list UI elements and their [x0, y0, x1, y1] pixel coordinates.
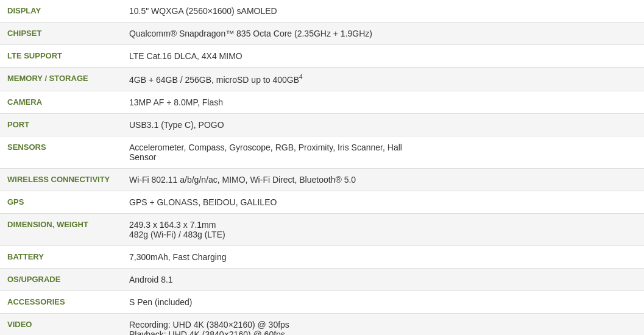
spec-value: LTE Cat.16 DLCA, 4X4 MIMO [122, 45, 644, 68]
specs-table: DISPLAY10.5" WQXGA (2560×1600) sAMOLEDCH… [0, 0, 644, 335]
table-row: CHIPSETQualcomm® Snapdragon™ 835 Octa Co… [0, 23, 644, 45]
spec-value: 4GB + 64GB / 256GB, microSD up to 400GB4 [122, 68, 644, 91]
spec-label: CHIPSET [0, 23, 122, 45]
table-row: CAMERA13MP AF + 8.0MP, Flash [0, 91, 644, 113]
table-row: LTE SUPPORTLTE Cat.16 DLCA, 4X4 MIMO [0, 45, 644, 68]
spec-value: Recording: UHD 4K (3840×2160) @ 30fpsPla… [122, 313, 644, 335]
spec-label: BATTERY [0, 245, 122, 268]
table-row: OS/UPGRADEAndroid 8.1 [0, 268, 644, 291]
table-row: SENSORSAccelerometer, Compass, Gyroscope… [0, 136, 644, 168]
spec-label: VIDEO [0, 313, 122, 335]
table-row: VIDEORecording: UHD 4K (3840×2160) @ 30f… [0, 313, 644, 335]
spec-label: CAMERA [0, 91, 122, 113]
spec-label: WIRELESS CONNECTIVITY [0, 168, 122, 191]
table-row: BATTERY7,300mAh, Fast Charging [0, 245, 644, 268]
spec-value: 13MP AF + 8.0MP, Flash [122, 91, 644, 113]
table-row: PORTUSB3.1 (Type C), POGO [0, 113, 644, 136]
table-row: ACCESSORIESS Pen (included) [0, 291, 644, 313]
table-row: DISPLAY10.5" WQXGA (2560×1600) sAMOLED [0, 0, 644, 23]
spec-label: ACCESSORIES [0, 291, 122, 313]
spec-label: OS/UPGRADE [0, 268, 122, 291]
spec-value: 249.3 x 164.3 x 7.1mm482g (Wi-Fi) / 483g… [122, 213, 644, 245]
spec-value: GPS + GLONASS, BEIDOU, GALILEO [122, 191, 644, 213]
spec-value: 10.5" WQXGA (2560×1600) sAMOLED [122, 0, 644, 23]
spec-value: Android 8.1 [122, 268, 644, 291]
table-row: DIMENSION, WEIGHT249.3 x 164.3 x 7.1mm48… [0, 213, 644, 245]
spec-label: SENSORS [0, 136, 122, 168]
spec-value: USB3.1 (Type C), POGO [122, 113, 644, 136]
spec-label: LTE SUPPORT [0, 45, 122, 68]
spec-value: Accelerometer, Compass, Gyroscope, RGB, … [122, 136, 644, 168]
spec-label: MEMORY / STORAGE [0, 68, 122, 91]
table-row: WIRELESS CONNECTIVITYWi-Fi 802.11 a/b/g/… [0, 168, 644, 191]
spec-value: S Pen (included) [122, 291, 644, 313]
spec-value: Qualcomm® Snapdragon™ 835 Octa Core (2.3… [122, 23, 644, 45]
table-row: GPSGPS + GLONASS, BEIDOU, GALILEO [0, 191, 644, 213]
spec-label: GPS [0, 191, 122, 213]
spec-label: DIMENSION, WEIGHT [0, 213, 122, 245]
spec-label: PORT [0, 113, 122, 136]
spec-value: 7,300mAh, Fast Charging [122, 245, 644, 268]
spec-label: DISPLAY [0, 0, 122, 23]
table-row: MEMORY / STORAGE4GB + 64GB / 256GB, micr… [0, 68, 644, 91]
spec-value: Wi-Fi 802.11 a/b/g/n/ac, MIMO, Wi-Fi Dir… [122, 168, 644, 191]
